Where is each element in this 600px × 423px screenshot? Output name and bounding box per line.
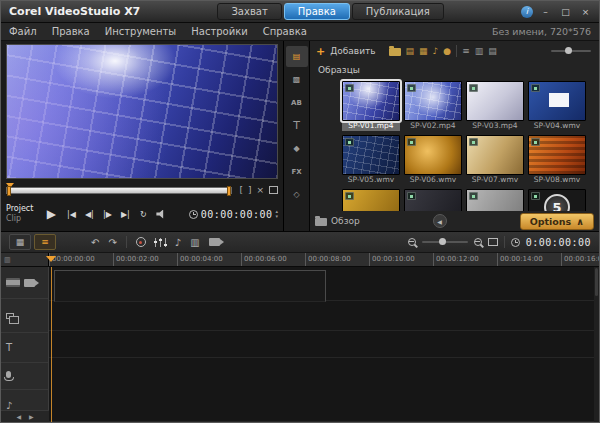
thumbnail-image[interactable] <box>404 189 462 211</box>
playhead-line[interactable] <box>51 267 52 422</box>
thumbnail-image[interactable] <box>528 81 586 121</box>
menu-help[interactable]: Справка <box>263 26 307 37</box>
media-thumbnail[interactable]: SP-V06.wmv <box>404 135 462 185</box>
media-thumbnail[interactable]: SP-V03.mp4 <box>466 81 524 131</box>
previous-frame-button[interactable]: ◀| <box>80 206 98 223</box>
preview-scrubbar[interactable] <box>6 187 232 194</box>
auto-music-button[interactable]: ♪ <box>175 237 181 248</box>
scrollbar-thumb[interactable] <box>595 268 598 296</box>
ruler-labels[interactable]: 00:00:00:00 00:00:02:00 00:00:04:00 00:0… <box>49 253 599 266</box>
detail-view-button[interactable]: ▤ <box>488 46 497 56</box>
media-thumbnail[interactable] <box>466 189 524 211</box>
thumbnail-image[interactable]: 5 <box>528 189 586 211</box>
slider-knob[interactable] <box>439 238 446 245</box>
minimize-button[interactable]: – <box>538 5 553 19</box>
tab-share[interactable]: Публикация <box>352 3 444 20</box>
music-track-lane[interactable] <box>49 358 599 422</box>
slider-knob[interactable] <box>565 47 572 54</box>
nav-media-button[interactable]: ▤ <box>286 46 308 67</box>
collapse-panel-button[interactable]: ◀ <box>433 214 447 228</box>
voice-track-header[interactable] <box>1 363 48 390</box>
close-button[interactable]: × <box>578 5 593 19</box>
end-button[interactable]: ▶| <box>116 206 134 223</box>
redo-button[interactable]: ↷ <box>108 237 116 248</box>
scroll-left-button[interactable]: ◀ <box>16 413 21 420</box>
timeline-view-button[interactable]: ≡ <box>34 234 56 250</box>
media-thumbnail[interactable]: SP-V01.mp4 <box>342 81 400 131</box>
enlarge-preview-button[interactable] <box>269 186 278 194</box>
timeline-ruler[interactable]: ▥ 00:00:00:00 00:00:02:00 00:00:04:00 00… <box>1 253 599 267</box>
zoom-out-button[interactable] <box>408 238 416 246</box>
timeline-playhead[interactable] <box>46 256 56 262</box>
media-thumbnail[interactable] <box>404 189 462 211</box>
timeline-timecode[interactable]: 0:00:00:00 <box>526 237 591 248</box>
home-button[interactable]: |◀ <box>62 206 80 223</box>
menu-file[interactable]: Файл <box>9 26 37 37</box>
title-track-header[interactable]: T <box>1 333 48 363</box>
menu-edit[interactable]: Правка <box>52 26 90 37</box>
thumbnail-zoom-slider[interactable] <box>551 50 591 52</box>
thumbnail-view-button[interactable]: ▥ <box>475 46 484 56</box>
record-capture-button[interactable] <box>136 237 146 247</box>
media-thumbnail[interactable]: SP-V05.wmv <box>342 135 400 185</box>
list-view-button[interactable]: ≡ <box>462 46 470 56</box>
tab-edit[interactable]: Правка <box>284 3 350 20</box>
nav-path-button[interactable]: ◇ <box>286 184 308 205</box>
gallery-samples-item[interactable]: Образцы <box>318 65 360 75</box>
thumbnail-image[interactable] <box>404 81 462 121</box>
show-photos-button[interactable]: ▦ <box>419 46 428 56</box>
import-folder-button[interactable] <box>389 46 401 56</box>
thumbnail-image[interactable] <box>404 135 462 175</box>
voice-track-lane[interactable] <box>49 331 599 358</box>
track-manager-button[interactable]: ▥ <box>190 237 199 248</box>
title-track-lane[interactable] <box>49 301 599 331</box>
storyboard-view-button[interactable]: ▦ <box>9 234 31 250</box>
thumbnail-image[interactable] <box>342 81 400 121</box>
video-track-lane[interactable] <box>54 270 326 302</box>
thumbnail-image[interactable] <box>342 135 400 175</box>
timecode-spinner[interactable]: ▴ ▾ <box>275 209 278 219</box>
zoom-in-button[interactable] <box>474 238 482 246</box>
clip-mode-label[interactable]: Clip <box>6 214 33 224</box>
trim-handle-start[interactable] <box>7 186 11 196</box>
tab-capture[interactable]: Захват <box>217 3 281 20</box>
overlay-track-header[interactable] <box>1 299 48 333</box>
scroll-right-button[interactable]: ▶ <box>29 413 34 420</box>
thumbnail-image[interactable] <box>466 81 524 121</box>
trim-handle-end[interactable] <box>227 186 231 196</box>
fit-project-button[interactable] <box>488 238 498 246</box>
menu-tools[interactable]: Инструменты <box>105 26 177 37</box>
menu-settings[interactable]: Настройки <box>191 26 247 37</box>
nav-filter-button[interactable]: FX <box>286 161 308 182</box>
sound-mixer-button[interactable] <box>155 238 166 247</box>
media-thumbnail[interactable]: SP-V04.wmv <box>528 81 586 131</box>
split-clip-button[interactable]: × <box>256 185 264 195</box>
mark-in-button[interactable]: [ <box>239 185 243 195</box>
nav-instant-project-button[interactable]: ▩ <box>286 69 308 90</box>
mark-out-button[interactable]: ] <box>248 185 252 195</box>
preview-timecode[interactable]: 00:00:00:00 <box>201 209 273 220</box>
screen-capture-button[interactable] <box>209 238 220 246</box>
maximize-button[interactable]: □ <box>558 5 573 19</box>
nav-title-button[interactable]: T <box>286 115 308 136</box>
video-track-header[interactable] <box>1 267 48 299</box>
repeat-button[interactable]: ↻ <box>134 206 152 223</box>
media-thumbnail[interactable]: SP-V08.wmv <box>528 135 586 185</box>
show-audio-button[interactable]: ♪ <box>433 46 439 56</box>
get-more-button[interactable]: ● <box>443 46 451 56</box>
media-thumbnail[interactable]: SP-V02.mp4 <box>404 81 462 131</box>
volume-button[interactable] <box>152 206 170 223</box>
browse-button[interactable]: Обзор <box>315 216 360 226</box>
media-thumbnail[interactable]: 5 <box>528 189 586 211</box>
play-button[interactable]: ▶ <box>40 206 62 223</box>
options-button[interactable]: Options ∧ <box>520 213 594 230</box>
next-frame-button[interactable]: |▶ <box>98 206 116 223</box>
add-gallery-button[interactable]: Добавить <box>330 46 375 56</box>
timeline-zoom-slider[interactable] <box>422 241 468 243</box>
media-thumbnail[interactable] <box>342 189 400 211</box>
thumbnail-image[interactable] <box>466 135 524 175</box>
project-mode-label[interactable]: Project <box>6 204 33 214</box>
info-icon[interactable]: i <box>521 6 533 18</box>
thumbnail-image[interactable] <box>466 189 524 211</box>
tracks-scrollbar[interactable] <box>594 267 599 422</box>
